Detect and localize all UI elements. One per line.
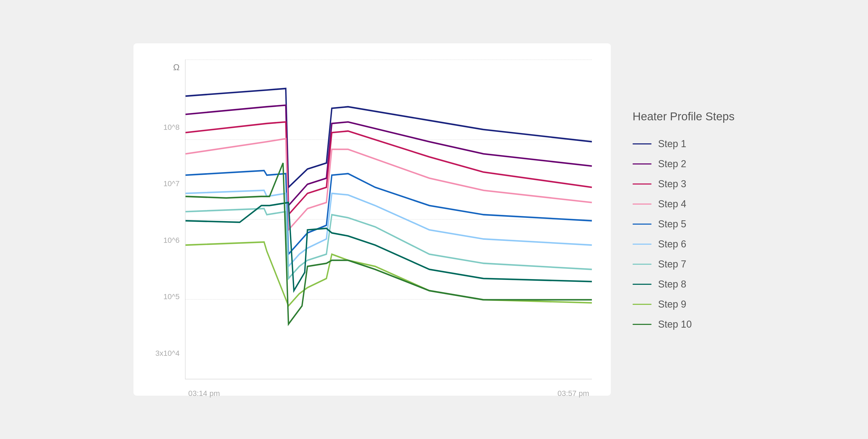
chart-plot-area: 03:14 pm 03:57 pm <box>185 60 592 379</box>
legend-item-step7: Step 7 <box>632 254 735 274</box>
line-step7 <box>186 209 592 278</box>
legend-label-step5: Step 5 <box>658 218 686 230</box>
legend-panel: Heater Profile Steps Step 1 Step 2 Step … <box>632 105 735 334</box>
legend-label-step2: Step 2 <box>658 158 686 170</box>
x-label-end: 03:57 pm <box>557 389 589 398</box>
outer-container: Ω 10^8 10^7 10^6 10^5 3x10^4 <box>117 27 751 412</box>
line-step8 <box>186 202 592 291</box>
legend-item-step8: Step 8 <box>632 274 735 294</box>
legend-item-step10: Step 10 <box>632 314 735 334</box>
chart-svg <box>186 60 592 379</box>
chart-area: Ω 10^8 10^7 10^6 10^5 3x10^4 <box>150 60 592 379</box>
y-label-2: 10^6 <box>163 236 180 245</box>
y-unit-label: Ω <box>173 62 180 72</box>
x-axis-labels: 03:14 pm 03:57 pm <box>186 389 592 398</box>
line-step1 <box>186 89 592 188</box>
y-label-0: 10^8 <box>163 123 180 132</box>
y-label-1: 10^7 <box>163 179 180 188</box>
y-label-3: 10^5 <box>163 293 180 301</box>
legend-color-step10 <box>632 324 652 325</box>
line-step3 <box>186 122 592 215</box>
legend-color-step3 <box>632 183 652 184</box>
legend-color-step9 <box>632 304 652 305</box>
legend-item-step9: Step 9 <box>632 294 735 314</box>
legend-label-step4: Step 4 <box>658 198 686 210</box>
legend-label-step9: Step 9 <box>658 299 686 310</box>
legend-label-step10: Step 10 <box>658 319 692 330</box>
legend-item-step5: Step 5 <box>632 214 735 234</box>
legend-color-step1 <box>632 143 652 144</box>
legend-color-step7 <box>632 264 652 265</box>
line-step6 <box>186 190 592 266</box>
legend-title: Heater Profile Steps <box>632 110 735 123</box>
legend-item-step6: Step 6 <box>632 234 735 254</box>
legend-color-step4 <box>632 204 652 205</box>
legend-color-step2 <box>632 163 652 165</box>
grid-line-bottom <box>186 379 592 379</box>
legend-label-step6: Step 6 <box>658 238 686 250</box>
legend-label-step7: Step 7 <box>658 259 686 270</box>
legend-item-step4: Step 4 <box>632 194 735 214</box>
y-label-4: 3x10^4 <box>155 349 180 358</box>
legend-item-step1: Step 1 <box>632 134 735 154</box>
legend-color-step5 <box>632 224 652 225</box>
x-label-start: 03:14 pm <box>188 389 220 398</box>
legend-color-step6 <box>632 244 652 245</box>
legend-item-step2: Step 2 <box>632 154 735 174</box>
legend-label-step8: Step 8 <box>658 278 686 290</box>
chart-card: Ω 10^8 10^7 10^6 10^5 3x10^4 <box>133 43 611 396</box>
legend-label-step1: Step 1 <box>658 138 686 149</box>
legend-item-step3: Step 3 <box>632 174 735 194</box>
legend-label-step3: Step 3 <box>658 178 686 190</box>
y-axis: Ω 10^8 10^7 10^6 10^5 3x10^4 <box>150 60 185 379</box>
legend-color-step8 <box>632 284 652 285</box>
line-step10 <box>186 163 592 324</box>
